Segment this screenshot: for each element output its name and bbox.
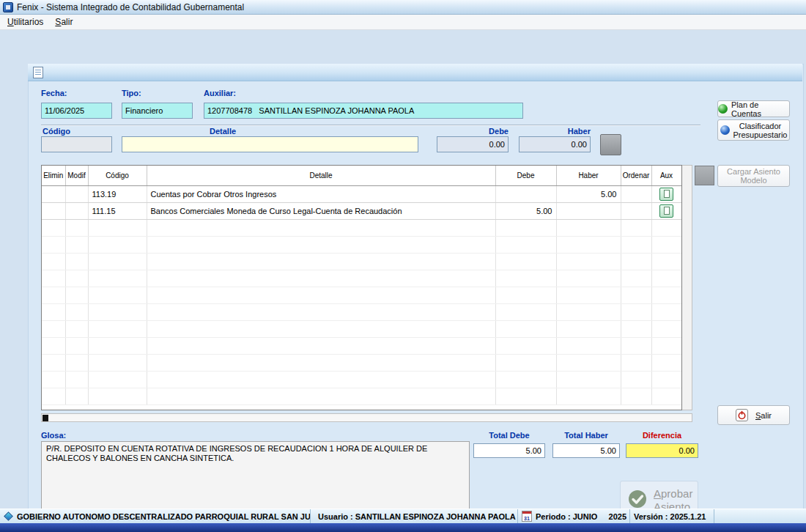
col-header-detalle: Detalle (147, 166, 495, 185)
entries-table: Elimin Modif Código Detalle Debe Haber O… (42, 166, 682, 405)
cell-modif[interactable] (65, 185, 88, 202)
fecha-label: Fecha: (41, 89, 67, 97)
table-row-empty (42, 236, 681, 253)
separator-line (41, 125, 700, 125)
col-header-modif: Modif (65, 166, 88, 185)
periodo-text: Periodo : JUNIO 2025 (536, 512, 626, 521)
document-icon (664, 207, 670, 215)
statusbar-entity-panel: GOBIERNO AUTONOMO DESCENTRALIZADO PARROQ… (0, 509, 311, 523)
plan-de-cuentas-label: Plan de Cuentas (731, 100, 789, 118)
grid-vertical-scrollbar[interactable] (682, 165, 692, 410)
haber-label: Haber (519, 127, 591, 136)
tipo-label: Tipo: (122, 89, 141, 97)
cargar-label-line2: Modelo (740, 176, 766, 185)
app-icon (3, 2, 13, 12)
col-header-ordenar: Ordenar (621, 166, 651, 185)
table-row-empty (42, 320, 681, 337)
table-row-empty (42, 303, 681, 320)
total-haber-label: Total Haber (552, 431, 620, 440)
new-document-icon[interactable] (33, 67, 43, 78)
col-header-haber: Haber (556, 166, 621, 185)
total-debe-field: 5.00 (473, 443, 545, 458)
taskbar[interactable] (0, 523, 806, 532)
cell-ordenar[interactable] (621, 202, 651, 219)
codigo-label: Código (42, 127, 70, 136)
statusbar-user-panel: Usuario : SANTILLAN ESPINOZA JOHANNA PAO… (311, 509, 518, 523)
cell-codigo[interactable]: 111.15 (88, 202, 147, 219)
plan-de-cuentas-button[interactable]: Plan de Cuentas (717, 100, 790, 117)
usuario-text: Usuario : SANTILLAN ESPINOZA JOHANNA PAO… (318, 512, 516, 521)
col-header-elimin: Elimin (42, 166, 65, 185)
auxiliar-field[interactable]: 1207708478 SANTILLAN ESPINOZA JOHANNA PA… (204, 103, 523, 119)
entries-table-body: 113.19 Cuentas por Cobrar Otros Ingresos… (42, 185, 681, 404)
menubar: Utilitarios Salir (0, 15, 806, 30)
cell-detalle[interactable]: Cuentas por Cobrar Otros Ingresos (147, 185, 495, 202)
col-header-aux: Aux (651, 166, 681, 185)
statusbar: GOBIERNO AUTONOMO DESCENTRALIZADO PARROQ… (0, 509, 806, 523)
table-row-empty (42, 371, 681, 388)
diferencia-label: Diferencia (626, 431, 698, 440)
table-row-empty (42, 337, 681, 354)
fecha-field[interactable]: 11/06/2025 (41, 103, 112, 119)
blue-sphere-icon (720, 125, 730, 135)
cell-debe[interactable] (495, 185, 556, 202)
cell-codigo[interactable]: 113.19 (88, 185, 147, 202)
salir-button-label: Salir (755, 411, 772, 420)
client-area: Fecha: Tipo: Auxiliar: 11/06/2025 Financ… (0, 30, 806, 509)
cell-aux (651, 202, 681, 219)
codigo-input[interactable] (41, 136, 112, 152)
cell-elimin[interactable] (42, 185, 65, 202)
table-row[interactable]: 111.15 Bancos Comerciales Moneda de Curs… (42, 202, 681, 219)
statusbar-version-panel: Versión : 2025.1.21 (630, 509, 714, 523)
table-header-row: Elimin Modif Código Detalle Debe Haber O… (42, 166, 681, 185)
haber-display: 0.00 (519, 136, 591, 152)
menu-utilitarios[interactable]: Utilitarios (1, 15, 49, 29)
app-window: Fenix - Sistema Integrado de Contabilida… (0, 0, 806, 532)
cargar-asiento-modelo-button[interactable]: Cargar Asiento Modelo (717, 165, 790, 187)
aux-document-button[interactable] (659, 204, 673, 218)
green-sphere-icon (718, 104, 728, 114)
menu-salir[interactable]: Salir (49, 15, 78, 29)
cell-ordenar[interactable] (621, 185, 651, 202)
clasificador-label-line1: Clasificador (739, 122, 781, 130)
cell-detalle[interactable]: Bancos Comerciales Moneda de Curso Legal… (147, 202, 495, 219)
entity-name: GOBIERNO AUTONOMO DESCENTRALIZADO PARROQ… (17, 512, 311, 521)
table-row-empty (42, 287, 681, 303)
table-row-empty (42, 354, 681, 371)
form-toolbar (28, 64, 802, 81)
cargar-label-line1: Cargar Asiento (727, 167, 780, 176)
cell-modif[interactable] (65, 202, 88, 219)
titlebar[interactable]: Fenix - Sistema Integrado de Contabilida… (0, 0, 806, 15)
entry-action-button[interactable] (600, 134, 621, 155)
aux-document-button[interactable] (659, 188, 673, 201)
col-header-debe: Debe (495, 166, 556, 185)
power-icon (736, 409, 748, 421)
table-row-empty (42, 388, 681, 404)
cell-haber[interactable]: 5.00 (556, 185, 621, 202)
asiento-form: Fecha: Tipo: Auxiliar: 11/06/2025 Financ… (28, 64, 804, 532)
scrollbar-thumb[interactable] (42, 415, 48, 421)
detalle-input[interactable] (122, 136, 418, 152)
glosa-label: Glosa: (41, 431, 66, 440)
entries-grid-wrap: Elimin Modif Código Detalle Debe Haber O… (41, 165, 682, 410)
tipo-field[interactable]: Financiero (122, 103, 193, 119)
clasificador-label-line2: Presupuestario (733, 130, 788, 139)
grid-horizontal-scrollbar[interactable] (41, 413, 692, 422)
statusbar-periodo-panel: 31 Periodo : JUNIO 2025 (518, 509, 630, 523)
total-haber-field: 5.00 (552, 443, 620, 458)
salir-button[interactable]: Salir (717, 405, 790, 425)
version-text: Versión : 2025.1.21 (634, 512, 706, 521)
table-row-empty (42, 270, 681, 287)
diferencia-field: 0.00 (626, 443, 698, 458)
clasificador-presupuestario-button[interactable]: Clasificador Presupuestario (717, 119, 790, 141)
window-title: Fenix - Sistema Integrado de Contabilida… (17, 2, 244, 12)
cell-debe[interactable]: 5.00 (495, 202, 556, 219)
cargar-asiento-icon-button[interactable] (695, 166, 714, 185)
entity-diamond-icon (4, 511, 13, 521)
table-row-empty (42, 219, 681, 236)
debe-label: Debe (437, 127, 509, 136)
cell-elimin[interactable] (42, 202, 65, 219)
cell-haber[interactable] (556, 202, 621, 219)
total-debe-label: Total Debe (473, 431, 545, 440)
table-row[interactable]: 113.19 Cuentas por Cobrar Otros Ingresos… (42, 185, 681, 202)
